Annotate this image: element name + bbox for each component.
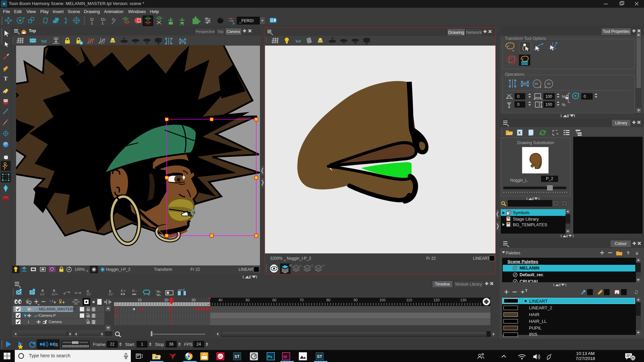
svg-text:KF: KF <box>40 292 45 296</box>
svg-text:K+: K+ <box>121 289 126 293</box>
svg-text:ST: ST <box>317 354 322 359</box>
svg-text:0: 0 <box>517 102 520 107</box>
svg-text:100: 100 <box>545 94 552 99</box>
svg-text:100: 100 <box>379 298 385 302</box>
svg-text:KF: KF <box>109 292 113 296</box>
svg-text:0: 0 <box>584 94 586 99</box>
svg-text:120: 120 <box>433 298 439 302</box>
svg-text:ST: ST <box>234 354 240 359</box>
svg-text:K–: K– <box>132 289 137 293</box>
svg-text:X: X <box>518 131 521 135</box>
svg-text:st: st <box>3 2 5 5</box>
svg-text:80: 80 <box>326 298 330 302</box>
svg-text:U: U <box>322 264 325 267</box>
svg-text:60: 60 <box>272 298 276 302</box>
svg-text:40: 40 <box>218 298 222 302</box>
svg-text:Id: Id <box>283 355 287 359</box>
svg-text:0: 0 <box>517 94 520 99</box>
svg-text:KF: KF <box>52 292 56 296</box>
svg-text:cc: cc <box>218 355 222 358</box>
svg-text:L: L <box>300 264 302 267</box>
svg-text:20: 20 <box>164 298 168 302</box>
svg-text:%: % <box>562 95 566 99</box>
svg-text:50: 50 <box>246 298 250 302</box>
svg-text:70: 70 <box>300 298 304 302</box>
svg-text:110: 110 <box>406 298 412 302</box>
svg-text:90: 90 <box>547 82 550 85</box>
svg-text:Ps: Ps <box>268 355 272 359</box>
svg-text:O: O <box>289 264 291 267</box>
svg-text:KF: KF <box>87 292 91 296</box>
svg-text:Palettes: Palettes <box>506 251 520 255</box>
svg-text:S: S <box>55 342 58 347</box>
svg-text:90: 90 <box>354 298 358 302</box>
svg-text:100: 100 <box>545 102 552 107</box>
svg-text:21: 21 <box>631 356 635 360</box>
svg-text:30: 30 <box>192 298 196 302</box>
svg-text:T: T <box>4 75 8 82</box>
svg-text:C: C <box>311 264 314 267</box>
svg-text:130: 130 <box>460 298 466 302</box>
svg-text:90: 90 <box>535 82 538 85</box>
svg-text:10: 10 <box>138 298 142 302</box>
svg-text:%: % <box>562 103 566 107</box>
